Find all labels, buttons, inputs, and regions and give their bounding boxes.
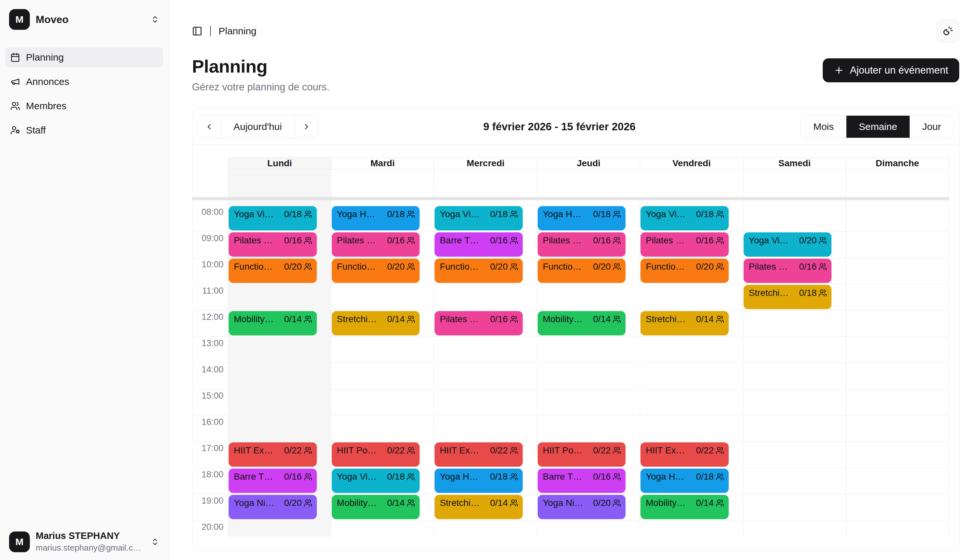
calendar-event[interactable]: Functio…0/20 <box>641 258 729 283</box>
calendar-event[interactable]: HIIT Ex…0/22 <box>229 442 317 467</box>
calendar-event[interactable]: Mobility…0/14 <box>538 311 626 335</box>
calendar-event[interactable]: Stretchi…0/18 <box>744 285 832 309</box>
event-title: Barre T… <box>543 471 590 482</box>
calendar-event[interactable]: Yoga Ni…0/20 <box>538 495 626 519</box>
event-capacity: 0/16 <box>593 235 611 246</box>
prev-week-button[interactable] <box>198 116 220 138</box>
time-label: 11:00 <box>202 286 224 296</box>
day-header-jeudi: Jeudi <box>537 157 640 170</box>
event-title: Stretchi… <box>440 497 487 508</box>
day-column-vendredi: Yoga Vi…0/18Pilates …0/16Functio…0/20Str… <box>640 200 743 537</box>
event-capacity: 0/22 <box>284 445 302 456</box>
calendar-event[interactable]: Barre T…0/16 <box>229 468 317 493</box>
users-icon <box>716 446 724 455</box>
event-capacity: 0/14 <box>387 497 405 508</box>
calendar-event[interactable]: Stretchi…0/14 <box>434 495 523 519</box>
event-title: Yoga H… <box>337 209 384 220</box>
user-name: Marius STEPHANY <box>36 530 145 541</box>
event-capacity: 0/16 <box>696 235 714 246</box>
calendar-event[interactable]: Functio…0/20 <box>229 258 317 283</box>
calendar-event[interactable]: Pilates …0/16 <box>641 232 729 257</box>
calendar-event[interactable]: Pilates …0/16 <box>538 232 626 257</box>
sidebar-item-staff[interactable]: Staff <box>5 120 163 140</box>
sidebar-item-annonces[interactable]: Annonces <box>5 72 163 92</box>
calendar-event[interactable]: Yoga Vi…0/18 <box>229 206 317 230</box>
calendar-event[interactable]: Mobility…0/14 <box>641 495 729 519</box>
user-avatar: M <box>9 532 30 552</box>
date-nav-group: Aujourd'hui <box>197 115 318 138</box>
add-event-button[interactable]: Ajouter un événement <box>823 58 959 82</box>
event-title: Yoga Vi… <box>440 209 487 220</box>
calendar-event[interactable]: Functio…0/20 <box>538 258 626 283</box>
event-title: Yoga Vi… <box>646 209 693 220</box>
next-week-button[interactable] <box>295 116 318 138</box>
calendar-event[interactable]: Yoga H…0/18 <box>538 206 626 230</box>
calendar-event[interactable]: Stretchi…0/14 <box>641 311 729 335</box>
view-mois-button[interactable]: Mois <box>801 116 846 138</box>
event-capacity: 0/14 <box>387 314 405 325</box>
calendar-event[interactable]: Mobility…0/14 <box>229 311 317 335</box>
event-title: Stretchi… <box>646 314 693 325</box>
calendar-event[interactable]: Yoga Ni…0/20 <box>229 495 317 519</box>
theme-toggle-button[interactable] <box>936 20 959 43</box>
users-icon <box>716 236 724 245</box>
calendar-event[interactable]: Yoga Vi…0/18 <box>434 206 523 230</box>
calendar-event[interactable]: Yoga H…0/18 <box>641 468 729 493</box>
event-title: Barre T… <box>234 471 281 482</box>
all-day-row <box>192 170 949 197</box>
event-capacity: 0/18 <box>387 471 405 482</box>
today-button[interactable]: Aujourd'hui <box>220 116 295 138</box>
calendar-event[interactable]: Pilates …0/16 <box>434 311 523 335</box>
event-title: Yoga H… <box>543 209 590 220</box>
event-title: HIIT Po… <box>337 445 384 456</box>
users-icon <box>510 472 518 481</box>
users-icon <box>613 315 621 323</box>
header-gutter <box>192 157 228 170</box>
calendar-event[interactable]: HIIT Po…0/22 <box>332 442 420 467</box>
users-icon <box>304 210 312 218</box>
calendar-event[interactable]: Functio…0/20 <box>332 258 420 283</box>
users-icon <box>510 210 518 218</box>
calendar-event[interactable]: Yoga H…0/18 <box>332 206 420 230</box>
calendar-event[interactable]: HIIT Po…0/22 <box>538 442 626 467</box>
calendar-event[interactable]: Pilates …0/16 <box>229 232 317 257</box>
calendar-event[interactable]: Pilates …0/16 <box>332 232 420 257</box>
calendar-event[interactable]: Mobility…0/14 <box>332 495 420 519</box>
app-root: M Moveo PlanningAnnoncesMembresStaff M M… <box>0 0 980 560</box>
users-icon <box>613 446 621 455</box>
view-jour-button[interactable]: Jour <box>910 116 953 138</box>
sidebar-item-planning[interactable]: Planning <box>5 47 163 67</box>
calendar-event[interactable]: Stretchi…0/14 <box>332 311 420 335</box>
day-column-dimanche <box>846 200 949 537</box>
event-capacity: 0/16 <box>284 471 302 482</box>
all-day-cell <box>331 170 434 197</box>
event-capacity: 0/16 <box>799 261 817 272</box>
view-semaine-button[interactable]: Semaine <box>846 116 910 138</box>
calendar-event[interactable]: HIIT Ex…0/22 <box>434 442 523 467</box>
calendar-event[interactable]: Yoga Vi…0/20 <box>744 232 832 257</box>
workspace-switcher[interactable]: M Moveo <box>5 8 163 30</box>
calendar-event[interactable]: Functio…0/20 <box>434 258 523 283</box>
time-label: 17:00 <box>201 443 224 453</box>
calendar-event[interactable]: Pilates …0/16 <box>744 258 832 283</box>
event-capacity: 0/20 <box>696 261 714 272</box>
sidebar-item-membres[interactable]: Membres <box>5 96 163 116</box>
day-column-lundi: Yoga Vi…0/18Pilates …0/16Functio…0/20Mob… <box>228 200 331 537</box>
calendar-event[interactable]: Barre T…0/16 <box>538 468 626 493</box>
user-menu[interactable]: M Marius STEPHANY marius.stephany@gmail.… <box>5 530 163 553</box>
event-title: Functio… <box>646 261 693 272</box>
users-icon <box>716 262 724 271</box>
users-icon <box>510 499 518 507</box>
calendar-event[interactable]: Barre T…0/16 <box>434 232 523 257</box>
calendar-event[interactable]: Yoga Vi…0/18 <box>641 206 729 230</box>
event-title: Yoga Vi… <box>234 209 281 220</box>
sidebar-toggle-button[interactable] <box>192 26 202 36</box>
sidebar-item-label: Staff <box>26 125 46 136</box>
plus-icon <box>834 65 844 75</box>
calendar-event[interactable]: Yoga H…0/18 <box>434 468 523 493</box>
calendar-toolbar: Aujourd'hui 9 février 2026 - 15 février … <box>192 108 959 145</box>
calendar-event[interactable]: Yoga Vi…0/18 <box>332 468 420 493</box>
users-icon <box>407 236 415 245</box>
users-icon <box>818 236 827 245</box>
calendar-event[interactable]: HIIT Ex…0/22 <box>641 442 729 467</box>
